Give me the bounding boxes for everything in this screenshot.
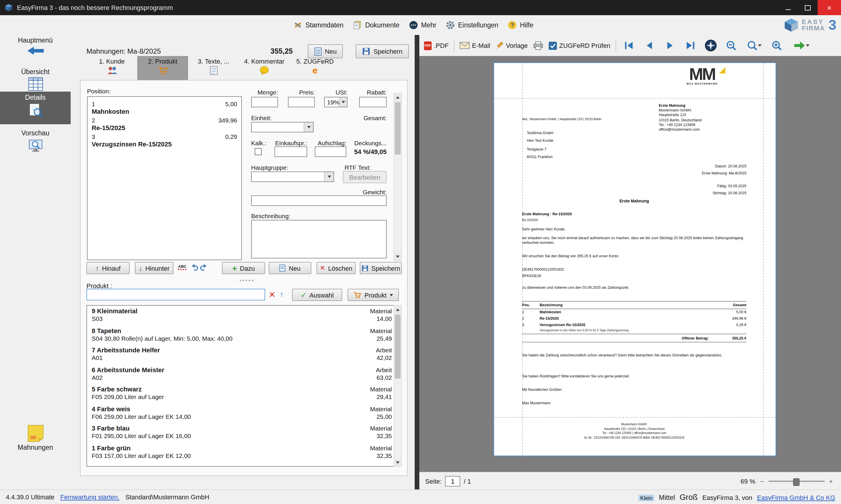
sidebar-item-uebersicht[interactable]: Übersicht <box>0 68 71 92</box>
clear-search-icon[interactable]: ✕ <box>269 289 275 300</box>
beschreibung-textarea[interactable] <box>251 220 387 258</box>
panel-splitter[interactable] <box>415 35 419 490</box>
zoom-plus-icon[interactable]: + <box>829 478 833 485</box>
menu-hilfe[interactable]: ? Hilfe <box>508 20 533 30</box>
maximize-button[interactable] <box>798 0 818 15</box>
rtf-label: RTF Text: <box>345 164 371 171</box>
minimize-button[interactable] <box>778 0 798 15</box>
customer-icon <box>107 66 117 75</box>
scroll-down-icon[interactable] <box>394 458 401 466</box>
product-list-item[interactable]: 1 Farbe grünMaterial F03 157,00 Liter au… <box>92 444 392 464</box>
zoom-in-icon[interactable] <box>769 38 784 53</box>
email-button[interactable]: E-Mail <box>460 42 490 49</box>
rabatt-input[interactable] <box>359 97 387 107</box>
size-option-gross[interactable]: Groß <box>680 493 698 501</box>
save-document-button[interactable]: Speichern <box>356 44 409 58</box>
einkaufspreis-input[interactable] <box>274 146 307 157</box>
button-label: Dazu <box>240 265 255 272</box>
sidebar-item-hauptmenu[interactable]: Hauptmenü <box>0 37 71 57</box>
insert-up-icon[interactable]: ↑ <box>280 289 284 300</box>
print-button[interactable] <box>533 41 543 50</box>
zoom-select-button[interactable] <box>744 38 764 53</box>
ust-select[interactable]: 19% <box>324 97 347 107</box>
position-item[interactable]: 15,00 Mahnkosten <box>88 100 241 116</box>
position-item[interactable]: 2349,96 Re-15/2025 <box>88 116 241 132</box>
page-number-input[interactable] <box>445 476 460 486</box>
tab-kunde[interactable]: 1. Kunde <box>86 56 137 80</box>
menu-label: Mehr <box>421 22 436 29</box>
move-down-button[interactable]: ↓ Hinunter <box>135 262 173 274</box>
product-search-input[interactable] <box>86 289 265 301</box>
product-list-item[interactable]: 9 KleinmaterialMaterial S0314,00 <box>92 307 392 327</box>
move-up-button[interactable]: ↑ Hinauf <box>86 262 130 274</box>
product-list[interactable]: 9 KleinmaterialMaterial S0314,00 8 Tapet… <box>86 305 402 467</box>
zoom-slider-thumb[interactable] <box>793 478 799 486</box>
tab-zugferd[interactable]: 5. ZUGFeRD e <box>290 56 341 80</box>
hauptgruppe-select[interactable] <box>251 172 334 182</box>
add-position-button[interactable]: + Dazu <box>222 262 265 274</box>
zugferd-check-button[interactable]: ZUGFeRD Prüfen <box>548 41 610 50</box>
undo-icon[interactable] <box>190 263 199 271</box>
remote-support-link[interactable]: Fernwartung starten. <box>60 493 119 501</box>
splitter-grip[interactable]: ••••• <box>224 278 270 284</box>
menu-einstellungen[interactable]: Einstellungen <box>446 20 498 30</box>
size-option-mittel[interactable]: Mittel <box>659 494 675 501</box>
einheit-select[interactable] <box>251 122 314 132</box>
button-label: Bearbeiten <box>349 174 380 181</box>
brand-link[interactable]: EasyFirma GmbH & Co KG <box>757 494 835 501</box>
menu-mehr[interactable]: Mehr <box>409 20 436 30</box>
tab-produkt[interactable]: 2. Produkt <box>137 56 188 80</box>
scroll-up-icon[interactable] <box>394 306 401 313</box>
export-button[interactable] <box>790 38 813 53</box>
sidebar-item-vorschau[interactable]: Vorschau <box>0 129 71 155</box>
menge-input[interactable] <box>251 97 278 107</box>
zoom-slider[interactable] <box>768 477 824 485</box>
einheit-label: Einheit: <box>251 114 272 121</box>
document-page[interactable]: MM MAX MUSTERMANN Erste Mahnung Musterma… <box>494 62 776 456</box>
preis-input[interactable] <box>288 97 315 107</box>
select-product-button[interactable]: ✓ Auswahl <box>292 289 342 301</box>
previous-page-button[interactable] <box>642 38 657 53</box>
product-list-scrollbar[interactable] <box>394 305 402 467</box>
position-listbox[interactable]: 15,00 Mahnkosten 2349,96 Re-15/2025 30,2… <box>87 96 242 260</box>
delete-position-button[interactable]: ✕ Löschen <box>316 262 356 274</box>
next-page-button[interactable] <box>662 38 677 53</box>
position-item[interactable]: 30,29 Verzugszinsen Re-15/2025 <box>88 132 241 149</box>
close-button[interactable]: × <box>818 0 841 15</box>
product-list-item[interactable]: 8 TapetenMaterial S04 30,80 Rolle(n) auf… <box>92 327 392 346</box>
zoom-minus-icon[interactable]: − <box>760 478 763 485</box>
redo-icon[interactable] <box>200 263 208 271</box>
tab-strip: 1. Kunde 2. Produkt 3. Texte, ... 4. Kom… <box>86 56 341 80</box>
fit-page-icon[interactable] <box>703 38 718 53</box>
zoom-out-icon[interactable] <box>724 38 739 53</box>
product-list-item[interactable]: 4 Farbe weisMaterial F06 259,00 Liter au… <box>92 405 392 425</box>
new-position-button[interactable]: Neu <box>269 262 311 274</box>
menu-dokumente[interactable]: Dokumente <box>353 20 399 30</box>
gewicht-input[interactable] <box>251 195 387 206</box>
product-list-item[interactable]: 6 Arbeitsstunde MeisterArbeit A0263,02 <box>92 366 392 385</box>
vorlage-button[interactable]: Vorlage <box>495 41 528 50</box>
mahnungen-note-icon <box>25 424 45 443</box>
export-pdf-button[interactable]: PDF .PDF <box>424 41 448 50</box>
tab-scrollbar[interactable] <box>394 93 402 261</box>
menu-stammdaten[interactable]: Stammdaten <box>293 20 343 30</box>
product-list-item[interactable]: 7 Arbeitsstunde HelferArbeit A0142,02 <box>92 346 392 366</box>
sidebar-item-mahnungen[interactable]: Mahnungen <box>0 422 71 451</box>
size-option-klein[interactable]: Klein <box>638 494 654 501</box>
rtf-bearbeiten-button[interactable]: Bearbeiten <box>343 171 387 183</box>
last-page-button[interactable] <box>683 38 698 53</box>
tab-kommentar[interactable]: 4. Kommentar <box>239 56 290 80</box>
save-position-button[interactable]: Speichern <box>360 262 402 274</box>
first-page-button[interactable] <box>621 38 637 53</box>
spellcheck-icon[interactable]: ABC <box>178 264 186 270</box>
preview-canvas[interactable]: MM MAX MUSTERMANN Erste Mahnung Musterma… <box>419 56 841 472</box>
sidebar-item-details[interactable]: Details <box>0 92 71 124</box>
scroll-up-icon[interactable] <box>394 93 401 101</box>
product-list-item[interactable]: 3 Farbe blauMaterial F01 295,00 Liter au… <box>92 425 392 444</box>
product-price: 14,00 <box>376 315 392 322</box>
product-menu-button[interactable]: Produkt <box>347 289 399 301</box>
scroll-down-icon[interactable] <box>394 253 401 260</box>
kalk-checkbox[interactable] <box>255 148 262 155</box>
tab-texte[interactable]: 3. Texte, ... <box>188 56 239 80</box>
product-list-item[interactable]: 5 Farbe schwarzMaterial F05 209,00 Liter… <box>92 385 392 405</box>
